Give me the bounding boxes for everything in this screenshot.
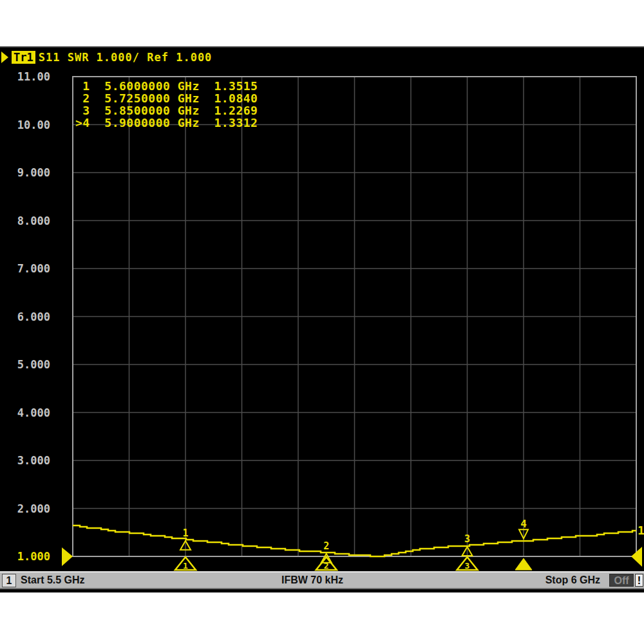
stop-frequency[interactable]: Stop 6 GHz xyxy=(545,574,600,587)
stimulus-marker-number: 1 xyxy=(183,561,188,571)
trace-format-info: S11 SWR 1.000/ Ref 1.000 xyxy=(39,51,213,64)
swr-chart: 11223341 xyxy=(0,48,644,594)
reference-level-left-icon xyxy=(62,547,73,566)
trace-badge[interactable]: Tr1 xyxy=(12,51,35,64)
marker-table-row: 2 5.7250000 GHz 1.0840 xyxy=(75,92,258,104)
y-axis-label: 2.000 xyxy=(0,502,50,515)
trace-end-number: 1 xyxy=(638,524,644,537)
y-axis-label: 6.000 xyxy=(0,310,50,323)
y-axis-label: 5.000 xyxy=(0,358,50,371)
stimulus-marker-number: 2 xyxy=(324,561,329,571)
y-axis-label: 9.000 xyxy=(0,166,50,179)
ifbw-setting[interactable]: IFBW 70 kHz xyxy=(281,574,343,587)
marker-number: 3 xyxy=(464,533,470,545)
status-bar: 1 Start 5.5 GHz IFBW 70 kHz Stop 6 GHz O… xyxy=(0,571,644,589)
stimulus-marker-active-icon xyxy=(515,558,532,570)
y-axis-label: 4.000 xyxy=(0,406,50,419)
marker-number: 1 xyxy=(182,527,188,539)
y-axis-label: 8.000 xyxy=(0,214,50,227)
marker-table-row: >4 5.9000000 GHz 1.3312 xyxy=(75,117,258,129)
marker-table-row: 1 5.6000000 GHz 1.3515 xyxy=(75,80,258,92)
alert-button[interactable]: ! xyxy=(635,574,643,587)
trace-header: Tr1 S11 SWR 1.000/ Ref 1.000 xyxy=(1,50,212,64)
marker-number: 2 xyxy=(323,540,329,552)
off-indicator: Off xyxy=(609,574,634,587)
y-axis-label: 1.000 xyxy=(0,550,50,563)
stimulus-marker-number: 3 xyxy=(465,561,470,571)
y-axis-label: 3.000 xyxy=(0,454,50,467)
vna-screen: 11223341 Tr1 S11 SWR 1.000/ Ref 1.000 11… xyxy=(0,46,644,592)
marker-table-row: 3 5.8500000 GHz 1.2269 xyxy=(75,104,258,117)
marker-table: 1 5.6000000 GHz 1.3515 2 5.7250000 GHz 1… xyxy=(75,80,258,129)
y-axis-label: 11.00 xyxy=(0,70,50,83)
channel-number-button[interactable]: 1 xyxy=(2,574,16,587)
start-frequency[interactable]: Start 5.5 GHz xyxy=(21,574,85,587)
active-trace-indicator-icon xyxy=(1,52,8,63)
marker-2: 22 xyxy=(316,540,337,571)
y-axis-label: 10.00 xyxy=(0,118,50,131)
y-axis-label: 7.000 xyxy=(0,262,50,275)
marker-number: 4 xyxy=(520,518,527,530)
